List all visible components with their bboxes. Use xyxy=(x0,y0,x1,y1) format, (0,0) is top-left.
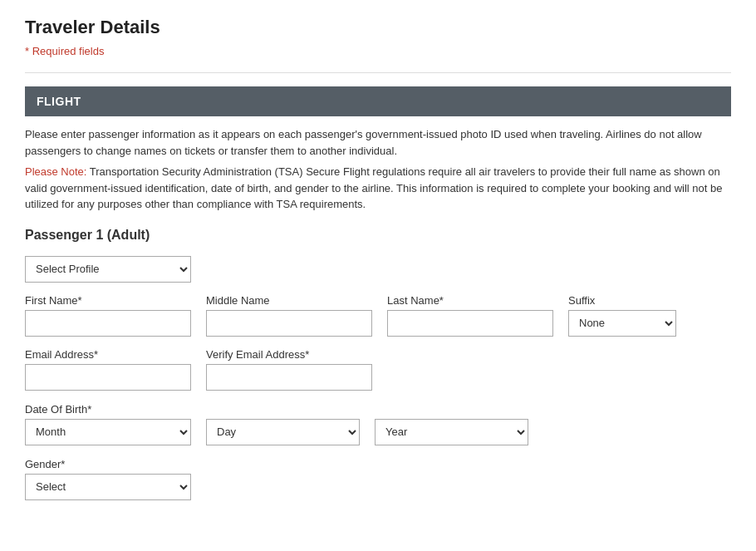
middle-name-label: Middle Name xyxy=(206,294,372,307)
email-label: Email Address* xyxy=(25,348,191,361)
first-name-group: First Name* xyxy=(25,294,191,337)
gender-dropdown[interactable]: Select Male Female Unspecified xyxy=(25,474,191,500)
select-profile-dropdown[interactable]: Select Profile xyxy=(25,256,191,283)
day-dropdown[interactable]: Day xyxy=(206,419,360,445)
last-name-input[interactable] xyxy=(387,310,553,337)
gender-group: Gender* Select Male Female Unspecified xyxy=(25,457,731,500)
passenger-title: Passenger 1 (Adult) xyxy=(25,228,731,243)
suffix-group: Suffix None Jr. Sr. II III IV xyxy=(568,294,676,337)
select-profile-group: Select Profile xyxy=(25,256,731,283)
note-label: Please Note: xyxy=(25,165,90,178)
page-title: Traveler Details xyxy=(25,17,731,38)
verify-email-input[interactable] xyxy=(206,364,372,391)
last-name-label: Last Name* xyxy=(387,294,553,307)
last-name-group: Last Name* xyxy=(387,294,553,337)
first-name-label: First Name* xyxy=(25,294,191,307)
flight-note-text: Please Note: Transportation Security Adm… xyxy=(25,164,731,213)
middle-name-input[interactable] xyxy=(206,310,372,337)
suffix-dropdown[interactable]: None Jr. Sr. II III IV xyxy=(568,310,676,337)
verify-email-label: Verify Email Address* xyxy=(206,348,372,361)
email-group: Email Address* xyxy=(25,348,191,391)
dob-group: Date Of Birth* Month January February Ma… xyxy=(25,402,731,445)
gender-dropdown-container: Select Male Female Unspecified xyxy=(25,474,731,500)
name-row: First Name* Middle Name Last Name* Suffi… xyxy=(25,294,731,337)
required-fields-note: * Required fields xyxy=(25,45,731,57)
year-dropdown[interactable]: Year xyxy=(375,419,528,445)
middle-name-group: Middle Name xyxy=(206,294,372,337)
gender-label: Gender* xyxy=(25,458,65,470)
month-dropdown[interactable]: Month January February March April May J… xyxy=(25,419,191,445)
verify-email-group: Verify Email Address* xyxy=(206,348,372,391)
flight-info-text: Please enter passenger information as it… xyxy=(25,126,731,159)
email-input[interactable] xyxy=(25,364,191,391)
email-row: Email Address* Verify Email Address* xyxy=(25,348,731,391)
dob-label: Date Of Birth* xyxy=(25,403,91,416)
flight-section-header: FLIGHT xyxy=(25,86,731,116)
dob-row: Month January February March April May J… xyxy=(25,419,731,445)
first-name-input[interactable] xyxy=(25,310,191,337)
suffix-label: Suffix xyxy=(568,294,676,307)
